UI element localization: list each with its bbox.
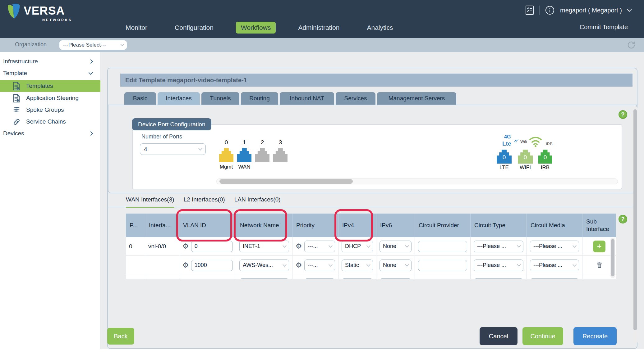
ipv4-select[interactable]: Static bbox=[342, 259, 373, 271]
cell-priority: ⚙ ---... bbox=[292, 237, 338, 255]
tab-management-servers[interactable]: Management Servers bbox=[377, 92, 456, 105]
col-port: P... bbox=[126, 214, 145, 237]
ipv4-select[interactable]: DHCP bbox=[342, 241, 373, 252]
table-scrollbar-thumb[interactable] bbox=[611, 239, 614, 276]
main-nav: Monitor Configuration Workflows Administ… bbox=[121, 20, 398, 35]
versa-director-app: VERSA NETWORKS Monitor Configuration Wor… bbox=[0, 0, 644, 352]
sidebar-item-infrastructure[interactable]: Infrastructure bbox=[0, 56, 100, 67]
gear-icon[interactable]: ⚙ bbox=[182, 243, 189, 250]
tasklist-icon[interactable] bbox=[526, 6, 534, 15]
number-of-ports-select[interactable]: 4 bbox=[140, 143, 206, 155]
gear-icon[interactable]: ⚙ bbox=[296, 243, 302, 250]
priority-select[interactable]: ---... bbox=[304, 278, 335, 279]
continue-button[interactable]: Continue bbox=[522, 327, 563, 345]
circuit-media-select[interactable]: ---Please ... bbox=[530, 241, 579, 252]
circuit-type-select[interactable]: ---Please ... bbox=[474, 241, 523, 252]
circuit-provider-input[interactable] bbox=[418, 279, 467, 279]
port-label-wifi: WIFI bbox=[517, 165, 534, 171]
interface-tabs-divider bbox=[108, 207, 637, 207]
tab-tunnels[interactable]: Tunnels bbox=[201, 92, 239, 105]
chevron-right-icon bbox=[89, 131, 93, 136]
chevron-down-icon bbox=[198, 147, 202, 151]
tab-interfaces[interactable]: Interfaces bbox=[158, 92, 200, 105]
priority-select[interactable]: ---... bbox=[304, 259, 335, 271]
recreate-button[interactable]: Recreate bbox=[573, 327, 617, 345]
cancel-button[interactable]: Cancel bbox=[480, 327, 518, 345]
ipv6-select[interactable]: None bbox=[380, 241, 412, 252]
chevron-right-icon bbox=[89, 59, 93, 64]
port-label-irb: IRB bbox=[538, 165, 553, 171]
delete-subinterface-button[interactable] bbox=[597, 262, 602, 269]
sidebar-item-spoke-groups[interactable]: Spoke Groups bbox=[0, 104, 100, 116]
commit-template-link[interactable]: Commit Template bbox=[580, 24, 628, 31]
nav-analytics[interactable]: Analytics bbox=[362, 22, 398, 34]
nav-monitor[interactable]: Monitor bbox=[121, 22, 152, 34]
chevron-down-icon bbox=[89, 70, 93, 75]
tab-l2-interfaces[interactable]: L2 Interfaces(0) bbox=[184, 196, 225, 208]
ipv6-select[interactable]: None... bbox=[380, 278, 412, 279]
help-icon[interactable]: ? bbox=[619, 110, 627, 119]
sidebar-item-devices[interactable]: Devices bbox=[0, 128, 100, 139]
tab-routing[interactable]: Routing bbox=[241, 92, 278, 105]
badge-wifi: Wifi bbox=[520, 139, 527, 144]
nav-configuration[interactable]: Configuration bbox=[170, 22, 218, 34]
network-name-select[interactable]: AWS-Wes... bbox=[239, 259, 289, 271]
info-icon[interactable] bbox=[545, 6, 554, 15]
circuit-media-select[interactable]: ---Please ... bbox=[530, 278, 579, 279]
circuit-type-select[interactable]: ---Please ... bbox=[474, 278, 523, 279]
circuit-type-select[interactable]: ---Please ... bbox=[474, 259, 523, 271]
cell-circuit-media: ---Please ... bbox=[527, 275, 582, 279]
sidebar-item-application-steering[interactable]: Application Steering bbox=[0, 92, 100, 104]
vlan-id-input[interactable] bbox=[191, 260, 233, 271]
user-menu[interactable]: megaport ( Megaport ) bbox=[560, 7, 622, 14]
ipv4-select[interactable]: DHCP... bbox=[342, 278, 373, 279]
cell-circuit-type: ---Please ... bbox=[471, 256, 527, 275]
top-header: VERSA NETWORKS Monitor Configuration Wor… bbox=[0, 0, 644, 38]
tab-wan-interfaces[interactable]: WAN Interfaces(3) bbox=[126, 196, 174, 208]
circuit-provider-input[interactable] bbox=[418, 260, 467, 271]
back-button[interactable]: Back bbox=[107, 328, 134, 345]
table-row: ⚙ AWS-Wes... ⚙ ---... Static None bbox=[126, 256, 616, 275]
vlan-id-input[interactable] bbox=[191, 241, 233, 252]
help-icon[interactable]: ? bbox=[619, 215, 627, 223]
gear-icon[interactable]: ⚙ bbox=[296, 262, 302, 269]
tab-inbound-nat[interactable]: Inbound NAT bbox=[280, 92, 334, 105]
circuit-provider-input[interactable] bbox=[418, 241, 467, 252]
tab-services[interactable]: Services bbox=[336, 92, 375, 105]
lte-signal-icon bbox=[512, 138, 519, 144]
tab-lan-interfaces[interactable]: LAN Interfaces(0) bbox=[234, 196, 281, 208]
sidebar: Infrastructure Template Templates bbox=[0, 52, 100, 352]
brand-name: VERSA bbox=[24, 4, 65, 17]
priority-select[interactable]: ---... bbox=[304, 241, 335, 252]
chevron-down-icon[interactable] bbox=[627, 7, 632, 12]
versa-logo-mark bbox=[6, 2, 22, 21]
sidebar-item-template[interactable]: Template bbox=[0, 68, 100, 79]
vlan-id-input[interactable] bbox=[191, 279, 233, 279]
sidebar-item-service-chains[interactable]: Service Chains bbox=[0, 116, 100, 128]
nav-administration[interactable]: Administration bbox=[293, 22, 344, 34]
add-subinterface-button[interactable]: + bbox=[593, 241, 605, 252]
ports-scrollbar-thumb[interactable] bbox=[219, 179, 353, 184]
table-body: 0 vni-0/0 ⚙ INET-1 ⚙ ---... DHCP None bbox=[126, 237, 616, 279]
refresh-icon[interactable] bbox=[627, 40, 636, 50]
col-circuit-type: Circuit Type bbox=[471, 214, 527, 237]
organization-select[interactable]: ---Please Select--- bbox=[59, 40, 127, 50]
badge-irb: IRB bbox=[546, 142, 553, 146]
panel-scrollbar-thumb[interactable] bbox=[633, 109, 637, 330]
gear-icon[interactable]: ⚙ bbox=[182, 262, 189, 269]
cell-circuit-provider bbox=[415, 256, 471, 275]
ipv6-select[interactable]: None bbox=[380, 259, 412, 271]
tab-basic[interactable]: Basic bbox=[124, 92, 156, 105]
cell-ipv6: None bbox=[376, 237, 415, 255]
nav-workflows[interactable]: Workflows bbox=[236, 22, 276, 34]
stacked-books-icon bbox=[12, 106, 21, 114]
sidebar-item-label: Infrastructure bbox=[3, 58, 89, 65]
sidebar-item-templates[interactable]: Templates bbox=[0, 80, 100, 92]
network-name-select[interactable]: INET-1 bbox=[239, 241, 289, 252]
port-number: 0 bbox=[219, 139, 233, 146]
sidebar-item-label: Service Chains bbox=[26, 118, 66, 125]
versa-logo: VERSA NETWORKS bbox=[6, 2, 80, 27]
user-area: megaport ( Megaport ) bbox=[526, 4, 631, 16]
circuit-media-select[interactable]: ---Please ... bbox=[530, 259, 579, 271]
network-name-select[interactable]: ---Please... bbox=[239, 278, 289, 279]
